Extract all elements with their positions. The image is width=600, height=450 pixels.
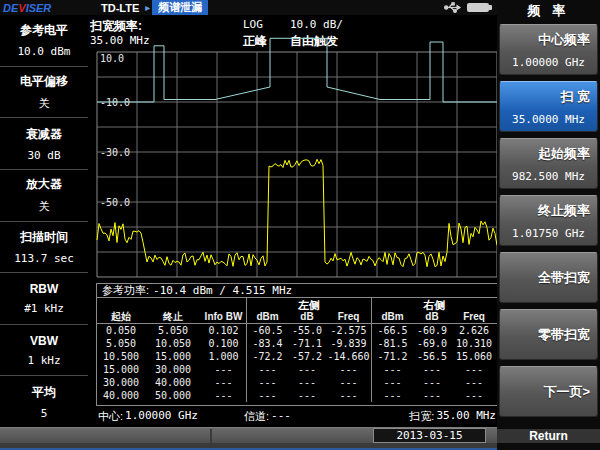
center-freq-label: 中心: bbox=[98, 409, 123, 424]
softkey-value: 982.500 MHz bbox=[500, 170, 597, 183]
sem-cell: -56.5 bbox=[413, 350, 451, 363]
softkey-终止频率[interactable]: 终止频率1.01750 GHz bbox=[499, 195, 598, 246]
sem-results-table: 参考功率: -10.4 dBm / 4.515 MHz 左侧 右侧 起始终止In… bbox=[96, 283, 498, 406]
sem-cell: --- bbox=[371, 389, 413, 402]
softkey-panel-title: 频 率 bbox=[497, 0, 600, 22]
softkey-label: 下一页> bbox=[500, 383, 597, 401]
table-column-header: 起始终止Info BW dBmdBFreq dBmdBFreq bbox=[97, 310, 497, 324]
ref-power-row: 参考功率: -10.4 dBm / 4.515 MHz bbox=[97, 284, 497, 298]
param-label: 平均 bbox=[32, 384, 56, 401]
softkey-label: 中心频率 bbox=[500, 31, 597, 49]
sem-cell: -2.575 bbox=[326, 324, 371, 337]
softkey-value: 35.0000 MHz bbox=[500, 113, 597, 126]
softkey-value: 1.00000 GHz bbox=[500, 56, 597, 69]
param-item-平均: 平均5 bbox=[0, 376, 88, 427]
ref-power-label: 参考功率: bbox=[102, 283, 149, 298]
sem-cell: -60.5 bbox=[246, 324, 288, 337]
ref-power-value: -10.4 dBm / 4.515 MHz bbox=[153, 284, 292, 297]
bottom-info-bar: 中心: 1.00000 GHz 信道: --- 扫宽: 35.00 MHz bbox=[96, 408, 498, 424]
softkey-全带扫宽[interactable]: 全带扫宽 bbox=[499, 252, 598, 303]
softkey-扫 宽[interactable]: 扫 宽35.0000 MHz bbox=[499, 81, 598, 132]
param-label: 参考电平 bbox=[20, 22, 68, 39]
sem-cell: --- bbox=[201, 363, 246, 376]
param-item-放大器: 放大器关 bbox=[0, 170, 88, 222]
sem-cell: -60.9 bbox=[413, 324, 451, 337]
sem-cell: --- bbox=[326, 376, 371, 389]
softkey-label: 全带扫宽 bbox=[500, 269, 597, 287]
param-value: 关 bbox=[39, 96, 50, 111]
softkey-起始频率[interactable]: 起始频率982.500 MHz bbox=[499, 138, 598, 189]
sem-table-row: 10.50015.0001.000-72.2-57.2-14.660-71.2-… bbox=[97, 350, 497, 363]
sem-cell: 10.310 bbox=[451, 337, 497, 350]
sem-cell: -66.5 bbox=[371, 324, 413, 337]
sem-cell: --- bbox=[288, 363, 326, 376]
sem-cell: --- bbox=[288, 389, 326, 402]
param-value: 5 bbox=[41, 407, 48, 420]
sem-table-row: 15.00030.000--------------------- bbox=[97, 363, 497, 376]
param-value: 10.0 dBm bbox=[18, 45, 71, 58]
sem-cell: 15.000 bbox=[97, 363, 145, 376]
parameter-panel: 参考电平10.0 dBm电平偏移关衰减器30 dB放大器关扫描时间113.7 s… bbox=[0, 15, 88, 427]
sem-cell: 30.000 bbox=[145, 363, 201, 376]
sem-cell: --- bbox=[371, 376, 413, 389]
sem-table-row: 30.00040.000--------------------- bbox=[97, 376, 497, 389]
channel-label: 信道: bbox=[244, 409, 269, 424]
status-bar: 2013-03-15 17:21:15 bbox=[0, 427, 497, 443]
softkey-value: 1.01750 GHz bbox=[500, 227, 597, 240]
param-item-电平偏移: 电平偏移关 bbox=[0, 67, 88, 119]
sem-cell: --- bbox=[246, 389, 288, 402]
sem-cell: 0.100 bbox=[201, 337, 246, 350]
sem-cell: -71.2 bbox=[371, 350, 413, 363]
sem-cell: 40.000 bbox=[97, 389, 145, 402]
param-value: #1 kHz bbox=[24, 302, 64, 315]
sem-table-row: 5.05010.0500.100-83.4-71.1-9.839-81.5-69… bbox=[97, 337, 497, 350]
sem-cell: 1.000 bbox=[201, 350, 246, 363]
sem-cell: --- bbox=[413, 363, 451, 376]
y-axis-label: -50.0 bbox=[100, 197, 130, 208]
spectrum-chart: 10.0-10.0-30.0-50.0 bbox=[88, 30, 500, 282]
param-label: RBW bbox=[30, 282, 59, 296]
sem-cell: 0.102 bbox=[201, 324, 246, 337]
span-value: 35.00 MHz bbox=[436, 409, 496, 424]
sem-cell: 15.060 bbox=[451, 350, 497, 363]
span-label: 扫宽: bbox=[409, 409, 434, 424]
param-value: 30 dB bbox=[27, 149, 60, 162]
y-axis-label: 10.0 bbox=[100, 53, 124, 64]
param-value: 关 bbox=[39, 199, 50, 214]
sem-cell: 40.000 bbox=[145, 376, 201, 389]
sem-cell: 5.050 bbox=[97, 337, 145, 350]
softkey-label: 零带扫宽 bbox=[500, 326, 597, 344]
sem-cell: --- bbox=[451, 363, 497, 376]
param-label: 放大器 bbox=[26, 176, 62, 193]
softkey-中心频率[interactable]: 中心频率1.00000 GHz bbox=[499, 24, 598, 75]
sem-cell: -83.4 bbox=[246, 337, 288, 350]
softkey-零带扫宽[interactable]: 零带扫宽 bbox=[499, 309, 598, 360]
sem-cell: -71.1 bbox=[288, 337, 326, 350]
softkey-下一页>[interactable]: 下一页> bbox=[499, 366, 598, 417]
sem-cell: 0.050 bbox=[97, 324, 145, 337]
sem-cell: --- bbox=[246, 376, 288, 389]
sem-cell: --- bbox=[326, 363, 371, 376]
sem-table-row: 0.0505.0500.102-60.5-55.0-2.575-66.5-60.… bbox=[97, 324, 497, 337]
sem-cell: -69.0 bbox=[413, 337, 451, 350]
sem-cell: 50.000 bbox=[145, 389, 201, 402]
sem-cell: 5.050 bbox=[145, 324, 201, 337]
analyzer-screen: DEVISER TD-LTE ▸ 频谱泄漏 参考电平10.0 dBm电平偏移关衰… bbox=[0, 0, 600, 450]
return-button[interactable]: Return bbox=[497, 429, 600, 443]
table-body: 0.0505.0500.102-60.5-55.0-2.575-66.5-60.… bbox=[97, 324, 497, 402]
sem-cell: --- bbox=[451, 376, 497, 389]
sem-cell: -14.660 bbox=[326, 350, 371, 363]
table-group-header: 左侧 右侧 bbox=[97, 298, 497, 310]
sem-cell: --- bbox=[246, 363, 288, 376]
param-item-扫描时间: 扫描时间113.7 sec bbox=[0, 222, 88, 274]
param-label: 衰减器 bbox=[26, 126, 62, 143]
softkey-list: 中心频率1.00000 GHz扫 宽35.0000 MHz起始频率982.500… bbox=[499, 24, 598, 417]
sem-cell: --- bbox=[451, 389, 497, 402]
softkey-label: 起始频率 bbox=[500, 145, 597, 163]
param-label: 电平偏移 bbox=[20, 73, 68, 90]
sem-cell: 2.626 bbox=[451, 324, 497, 337]
sem-cell: --- bbox=[288, 376, 326, 389]
sem-cell: --- bbox=[413, 389, 451, 402]
sem-cell: --- bbox=[201, 389, 246, 402]
sem-cell: 30.000 bbox=[97, 376, 145, 389]
